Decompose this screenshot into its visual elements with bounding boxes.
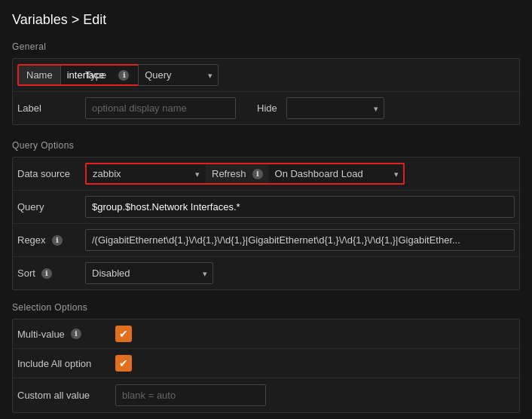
label-label: Label	[17, 102, 85, 114]
sort-label-text: Sort	[17, 268, 35, 279]
name-row: Name Type ℹ Query Custom Constant DataSo…	[13, 59, 519, 92]
query-label: Query	[17, 201, 85, 213]
sort-select-wrap: Disabled Alphabetical (asc) Alphabetical…	[85, 262, 213, 284]
hide-label-text: Hide	[257, 102, 277, 114]
type-label-text: Type	[85, 69, 106, 81]
include-all-row: Include All option ✔	[13, 349, 519, 378]
label-input[interactable]	[85, 97, 236, 119]
multi-value-label: Multi-value ℹ	[17, 329, 115, 340]
sort-select[interactable]: Disabled Alphabetical (asc) Alphabetical…	[85, 262, 213, 284]
regex-info-icon: ℹ	[52, 235, 63, 246]
name-type-row: Type ℹ Query Custom Constant DataSource …	[85, 64, 515, 86]
custom-all-row: Custom all value	[13, 378, 519, 412]
multi-value-checkbox[interactable]: ✔	[115, 326, 132, 342]
multi-value-checkbox-area: ✔	[115, 326, 132, 342]
regex-input[interactable]	[85, 229, 515, 251]
datasource-content: zabbix Prometheus Refresh ℹ On Dashboard…	[85, 163, 515, 185]
regex-label: Regex ℹ	[17, 234, 85, 246]
on-dashboard-select-wrap: On Dashboard Load On Time Range Change N…	[269, 163, 405, 185]
general-section-label: General	[12, 41, 520, 52]
sort-row: Sort ℹ Disabled Alphabetical (asc) Alpha…	[13, 257, 519, 289]
label-row: Label Hide Label Variable	[13, 92, 519, 124]
query-options-section-label: Query Options	[12, 140, 520, 151]
custom-all-label-text: Custom all value	[17, 390, 90, 401]
selection-options-section-label: Selection Options	[12, 302, 520, 313]
name-label: Name	[17, 64, 85, 86]
sort-value-area: Disabled Alphabetical (asc) Alphabetical…	[85, 262, 213, 284]
on-dashboard-select[interactable]: On Dashboard Load On Time Range Change N…	[269, 163, 405, 185]
type-select-wrap: Query Custom Constant DataSource Interva…	[138, 64, 219, 86]
include-all-label-text: Include All option	[17, 358, 91, 369]
general-section: Name Type ℹ Query Custom Constant DataSo…	[12, 58, 520, 125]
datasource-select[interactable]: zabbix Prometheus	[85, 163, 206, 185]
custom-all-label: Custom all value	[17, 390, 115, 401]
selection-options-section: Multi-value ℹ ✔ Include All option ✔ Cus…	[12, 319, 520, 413]
custom-all-input[interactable]	[115, 384, 266, 406]
datasource-label: Data source	[17, 168, 85, 179]
query-options-section: Data source zabbix Prometheus Refresh ℹ …	[12, 157, 520, 290]
multi-value-info-icon: ℹ	[71, 329, 81, 339]
hide-select[interactable]: Label Variable	[286, 97, 384, 119]
refresh-label-box: Refresh ℹ	[206, 163, 269, 185]
include-all-checkbox[interactable]: ✔	[115, 355, 132, 372]
regex-label-text: Regex	[17, 234, 46, 246]
query-input[interactable]	[85, 196, 515, 218]
label-value-area: Hide Label Variable	[85, 97, 515, 119]
datasource-row: Data source zabbix Prometheus Refresh ℹ …	[13, 158, 519, 191]
refresh-label-text: Refresh	[212, 168, 246, 179]
name-combined-label-text: Name	[19, 66, 61, 84]
type-info-icon: ℹ	[118, 70, 129, 81]
multi-value-row: Multi-value ℹ ✔	[13, 320, 519, 349]
query-row: Query	[13, 191, 519, 224]
hide-select-wrap: Label Variable	[286, 97, 384, 119]
page-title: Variables > Edit	[12, 12, 520, 28]
datasource-select-wrap: zabbix Prometheus	[85, 163, 206, 185]
custom-all-value-area	[115, 384, 266, 406]
include-all-checkbox-area: ✔	[115, 355, 132, 372]
query-value-area	[85, 196, 515, 218]
refresh-info-icon: ℹ	[252, 169, 263, 179]
sort-info-icon: ℹ	[41, 268, 52, 279]
type-select[interactable]: Query Custom Constant DataSource Interva…	[138, 64, 219, 86]
regex-row: Regex ℹ	[13, 224, 519, 257]
include-all-label: Include All option	[17, 358, 115, 369]
regex-value-area	[85, 229, 515, 251]
sort-label: Sort ℹ	[17, 268, 85, 279]
multi-value-label-text: Multi-value	[17, 329, 65, 340]
